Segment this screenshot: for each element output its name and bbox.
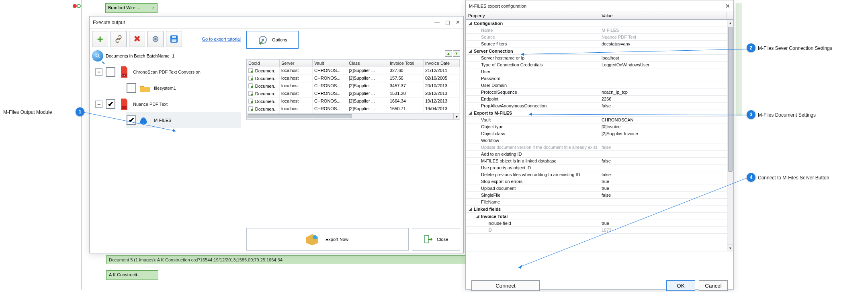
property-row[interactable]: Server hostname or iplocalhost — [466, 55, 733, 62]
property-row[interactable]: Add to an existing ID — [466, 151, 733, 158]
property-row[interactable]: Source filtersdocstatus=any — [466, 41, 733, 47]
property-row[interactable]: Object class[2]Supplier Invoice — [466, 130, 733, 137]
table-row[interactable]: Documen...localhostCHRONOS...[2]Supplier… — [247, 98, 460, 105]
property-value[interactable] — [599, 68, 733, 75]
property-value[interactable]: CHRONOSCAN — [599, 117, 733, 123]
property-row[interactable]: PropAllowAnonymousConnectionfalse — [466, 103, 733, 109]
tab-close-icon[interactable]: × — [152, 5, 155, 10]
tree-node-nuance[interactable]: − Nuance PDF Text — [94, 96, 241, 112]
ok-button[interactable]: OK — [666, 280, 695, 291]
chevron-down-icon[interactable]: ◢ — [468, 48, 472, 53]
add-button[interactable]: + — [92, 31, 108, 47]
scroll-down-icon[interactable]: ▾ — [727, 245, 733, 251]
property-row[interactable]: M-FILES object is in a linked databasefa… — [466, 158, 733, 165]
table-row[interactable]: Documen...localhostCHRONOS...[2]Supplier… — [247, 90, 460, 98]
checkbox[interactable] — [106, 67, 115, 77]
table-row[interactable]: Documen...localhostCHRONOS...[2]Supplier… — [247, 67, 460, 75]
close-icon[interactable]: ✕ — [456, 19, 460, 25]
property-row[interactable]: SourceNuance PDF Text — [466, 34, 733, 41]
property-row[interactable]: Type of Connection CredentialsLoggedOnWi… — [466, 62, 733, 68]
property-value[interactable]: M-FILES — [599, 27, 733, 33]
property-value[interactable] — [599, 213, 733, 220]
connect-button[interactable]: Connect — [471, 280, 540, 291]
property-value[interactable]: localhost — [599, 55, 733, 61]
close-button[interactable]: Close — [412, 228, 460, 251]
export-now-button[interactable]: Export Now! — [246, 228, 409, 251]
property-row[interactable]: Update document version if the document … — [466, 144, 733, 151]
property-row[interactable]: SingleFilefalse — [466, 192, 733, 199]
property-value[interactable]: true — [599, 185, 733, 191]
property-row[interactable]: Stop export on errorstrue — [466, 178, 733, 185]
chevron-down-icon[interactable]: ◢ — [468, 21, 472, 26]
settings-button[interactable] — [147, 31, 164, 47]
property-group[interactable]: ◢Configuration — [466, 20, 733, 27]
property-group[interactable]: ◢Linked fields — [466, 206, 733, 213]
property-value[interactable]: false — [599, 144, 733, 150]
col-date[interactable]: Invoice Date — [424, 60, 460, 67]
property-value[interactable] — [599, 199, 733, 205]
property-value[interactable] — [599, 165, 733, 171]
checkbox[interactable] — [106, 99, 115, 109]
grid-hscroll[interactable]: ◂ ▸ — [246, 113, 460, 120]
tree-node-chronoscan[interactable]: − TXT ChronoScan PDF Text Conversion — [94, 64, 241, 80]
property-value[interactable] — [599, 20, 733, 27]
col-value[interactable]: Value — [599, 12, 727, 19]
tutorial-link[interactable]: Go to export tutorial — [202, 37, 241, 41]
property-row[interactable]: NameM-FILES — [466, 27, 733, 34]
property-group[interactable]: ◢Invoice Total — [466, 213, 733, 220]
checkbox[interactable] — [127, 83, 136, 93]
link-button[interactable] — [111, 31, 127, 47]
property-value[interactable]: docstatus=any — [599, 41, 733, 47]
property-row[interactable]: Endpoint2266 — [466, 96, 733, 103]
move-down-button[interactable]: ▼ — [453, 50, 460, 57]
property-value[interactable]: false — [599, 158, 733, 164]
property-value[interactable]: LoggedOnWindowsUser — [599, 62, 733, 68]
property-value[interactable]: true — [599, 178, 733, 185]
col-vault[interactable]: Vault — [313, 60, 347, 67]
property-row[interactable]: Upload documenttrue — [466, 185, 733, 192]
chevron-down-icon[interactable]: ◢ — [468, 110, 472, 115]
property-group[interactable]: ◢Export to M-FILES — [466, 109, 733, 117]
property-value[interactable] — [599, 82, 733, 88]
property-value[interactable]: ncacn_ip_tcp — [599, 89, 733, 95]
property-row[interactable]: Workflow — [466, 137, 733, 144]
property-row[interactable]: Password — [466, 75, 733, 82]
col-server[interactable]: Server — [280, 60, 313, 67]
col-class[interactable]: Class — [347, 60, 388, 67]
cancel-button[interactable]: Cancel — [699, 280, 728, 291]
scroll-thumb[interactable] — [728, 27, 733, 172]
maximize-icon[interactable]: ▢ — [445, 19, 450, 25]
chevron-down-icon[interactable]: ◢ — [468, 206, 472, 212]
property-row[interactable]: Include fieldtrue — [466, 220, 733, 227]
tree-node-filesystem1[interactable]: filesystem1 — [126, 80, 241, 96]
property-row[interactable]: VaultCHRONOSCAN — [466, 117, 733, 123]
save-button[interactable] — [166, 31, 182, 47]
minimize-icon[interactable]: — — [434, 19, 440, 25]
move-up-button[interactable]: ▲ — [445, 50, 452, 57]
property-value[interactable] — [599, 206, 733, 212]
property-value[interactable]: false — [599, 171, 733, 178]
property-row[interactable]: FileName — [466, 199, 733, 206]
property-value[interactable]: 2266 — [599, 96, 733, 102]
expander-icon[interactable]: − — [95, 101, 102, 108]
property-row[interactable]: User Domain — [466, 82, 733, 89]
scroll-thumb[interactable] — [248, 114, 352, 118]
table-row[interactable]: Documen...localhostCHRONOS...[2]Supplier… — [247, 75, 460, 82]
property-value[interactable]: Nuance PDF Text — [599, 34, 733, 40]
col-property[interactable]: Property — [466, 12, 599, 19]
expander-icon[interactable]: − — [95, 68, 102, 76]
property-row[interactable]: User — [466, 68, 733, 75]
property-row[interactable]: ProtocolSequencencacn_ip_tcp — [466, 89, 733, 96]
property-value[interactable]: false — [599, 192, 733, 198]
document-tab-bottom[interactable]: A K Constructi... — [106, 270, 158, 280]
property-value[interactable]: false — [599, 103, 733, 109]
property-row[interactable]: Use property as object ID — [466, 165, 733, 171]
property-value[interactable] — [599, 109, 733, 116]
property-value[interactable]: [2]Supplier Invoice — [599, 130, 733, 137]
scroll-right-icon[interactable]: ▸ — [453, 113, 460, 119]
table-row[interactable]: Documen...localhostCHRONOS...[2]Supplier… — [247, 82, 460, 90]
property-value[interactable] — [599, 47, 733, 54]
col-total[interactable]: Invoice Total — [388, 60, 424, 67]
property-group[interactable]: ◢Server Connection — [466, 47, 733, 55]
mfiles-vscroll[interactable]: ▴ ▾ — [727, 20, 733, 251]
